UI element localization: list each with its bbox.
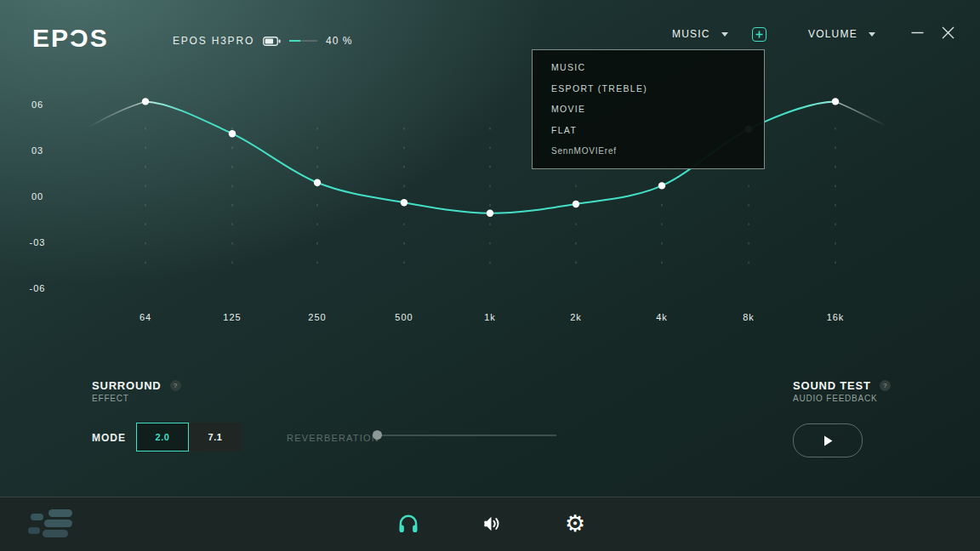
window-controls [909, 24, 956, 41]
eq-point[interactable] [142, 98, 149, 105]
help-icon[interactable]: ? [170, 380, 181, 391]
eq-point[interactable] [573, 201, 579, 207]
minimize-button[interactable] [909, 24, 926, 41]
mode-button-7-1[interactable]: 7.1 [189, 423, 242, 452]
battery-level-bar [289, 40, 317, 42]
freq-label: 4k [656, 312, 668, 322]
chevron-down-icon [869, 32, 875, 37]
preset-dropdown[interactable]: MUSIC [672, 26, 728, 42]
freq-label: 64 [140, 312, 151, 322]
preset-menu-item[interactable]: MUSIC [533, 61, 764, 73]
volume-dropdown-label: VOLUME [808, 28, 858, 40]
reverberation-label: REVERBERATION [287, 433, 379, 443]
gear-icon: ⚙ [565, 513, 585, 536]
epos-gaming-suite-logo-icon[interactable] [26, 508, 77, 540]
battery-percent: 40 % [326, 35, 352, 47]
eq-point[interactable] [832, 98, 839, 105]
eq-point[interactable] [487, 210, 493, 217]
device-status: EPOS H3PRO 40 % [173, 34, 352, 48]
epos-logo: EPƆS [32, 24, 109, 53]
preset-menu-item[interactable]: SennMOVIEref [533, 145, 764, 157]
chevron-down-icon [721, 32, 728, 37]
play-icon [823, 435, 833, 446]
eq-curve [88, 101, 886, 213]
minimize-icon [911, 31, 924, 34]
eq-curve-fade-left [88, 101, 145, 128]
freq-label: 125 [223, 312, 241, 322]
db-axis: 060300-03-06 [30, 99, 46, 293]
preset-menu-item[interactable]: FLAT [533, 124, 764, 136]
surround-subtitle: EFFECT [92, 394, 129, 403]
volume-dropdown[interactable]: VOLUME [808, 26, 875, 42]
db-label: -06 [30, 283, 46, 293]
reverberation-slider[interactable] [373, 429, 556, 441]
freq-label: 500 [395, 312, 413, 322]
headphones-icon [396, 512, 420, 536]
app-window: 060300-03-06 641252505001k2k4k8k16k EPƆS… [0, 0, 980, 551]
speaker-icon [479, 512, 503, 536]
preset-menu: MUSICESPORT (TREBLE)MOVIEFLATSennMOVIEre… [532, 49, 765, 169]
slider-track[interactable] [378, 435, 556, 436]
tab-headphones[interactable] [394, 509, 423, 538]
mode-button-2-0[interactable]: 2.0 [136, 423, 189, 452]
db-label: 06 [31, 99, 43, 110]
close-button[interactable] [939, 24, 956, 41]
play-sound-test-button[interactable] [793, 423, 863, 457]
mode-label: MODE [92, 432, 126, 444]
eq-point[interactable] [314, 179, 321, 186]
sound-test-header: SOUND TEST ? [793, 379, 891, 392]
db-label: -03 [30, 237, 46, 247]
surround-title: SURROUND [92, 379, 162, 392]
tab-settings[interactable]: ⚙ [561, 509, 590, 538]
eq-curve-fade-right [835, 101, 886, 126]
freq-label: 16k [827, 312, 845, 322]
eq-point[interactable] [658, 182, 665, 189]
db-label: 03 [31, 145, 43, 156]
add-preset-button[interactable] [752, 27, 766, 42]
slider-handle[interactable] [373, 430, 382, 440]
tab-speaker[interactable] [476, 509, 505, 538]
preset-dropdown-value: MUSIC [672, 28, 710, 40]
eq-point[interactable] [401, 199, 407, 206]
surround-header: SURROUND ? [92, 379, 181, 392]
sound-test-subtitle: AUDIO FEEDBACK [793, 394, 878, 403]
plus-icon [755, 31, 763, 38]
freq-label: 2k [570, 312, 582, 322]
device-name: EPOS H3PRO [173, 35, 254, 47]
db-label: 00 [31, 191, 43, 202]
mode-toggle-group: 2.07.1 [136, 423, 242, 452]
close-icon [942, 26, 954, 39]
eq-point[interactable] [229, 130, 236, 137]
preset-menu-item[interactable]: ESPORT (TREBLE) [533, 82, 764, 94]
equalizer-chart[interactable]: 060300-03-06 641252505001k2k4k8k16k [0, 0, 980, 551]
freq-label: 250 [308, 312, 326, 322]
battery-icon [263, 37, 281, 46]
preset-menu-item[interactable]: MOVIE [533, 103, 764, 115]
frequency-axis: 641252505001k2k4k8k16k [140, 312, 845, 322]
sound-test-title: SOUND TEST [793, 379, 871, 392]
help-icon[interactable]: ? [880, 380, 891, 391]
freq-label: 1k [484, 312, 496, 322]
freq-label: 8k [743, 312, 755, 322]
